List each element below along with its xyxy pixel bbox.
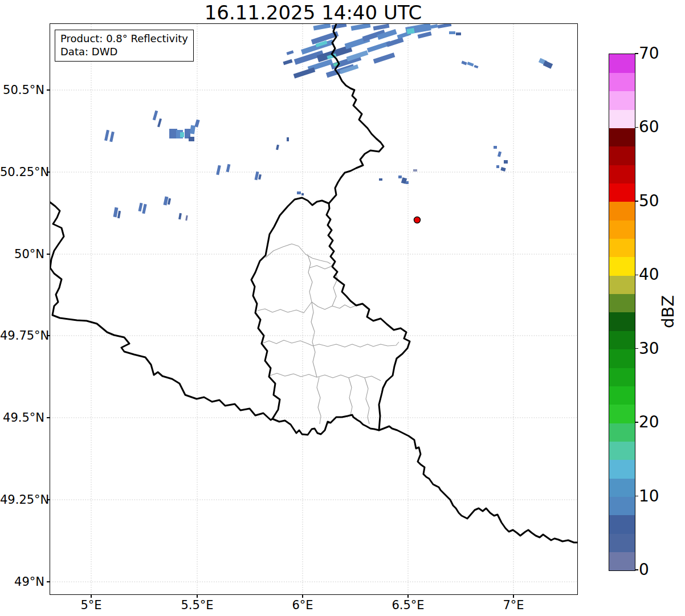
y-tick-mark bbox=[47, 499, 50, 500]
colorbar-segment bbox=[609, 275, 635, 294]
radar-echo bbox=[283, 59, 292, 66]
belgium-france-border bbox=[50, 202, 272, 420]
radar-echo bbox=[276, 145, 279, 150]
country-borders bbox=[50, 24, 577, 542]
colorbar-tick-label: 20 bbox=[639, 413, 659, 432]
colorbar-segment bbox=[609, 552, 635, 571]
colorbar-segment bbox=[609, 331, 635, 349]
radar-figure: 16.11.2025 14:40 UTC bbox=[0, 0, 685, 616]
colorbar-tick-label: 0 bbox=[639, 560, 649, 580]
radar-echo bbox=[413, 169, 417, 172]
graticule-gridlines bbox=[50, 24, 577, 594]
radar-echo bbox=[386, 38, 403, 47]
radar-echo bbox=[297, 191, 301, 194]
radar-echo bbox=[226, 164, 231, 173]
radar-echo bbox=[180, 132, 184, 137]
radar-echo bbox=[313, 24, 331, 31]
radar-echo bbox=[467, 62, 474, 66]
y-tick-label: 49.5°N bbox=[0, 410, 44, 425]
radar-echo bbox=[189, 137, 194, 141]
y-tick-mark bbox=[47, 172, 50, 173]
colorbar-tick-label: 50 bbox=[639, 191, 659, 211]
plot-title: 16.11.2025 14:40 UTC bbox=[50, 2, 577, 23]
colorbar-segment bbox=[609, 109, 635, 128]
colorbar-segment bbox=[609, 405, 635, 423]
info-box-product: Product: 0.8° Reflectivity bbox=[60, 32, 188, 45]
radar-echo bbox=[351, 24, 371, 31]
info-box: Product: 0.8° Reflectivity Data: DWD bbox=[55, 30, 194, 62]
radar-echo bbox=[373, 24, 390, 30]
y-tick-label: 50.5°N bbox=[0, 83, 44, 97]
colorbar-segment bbox=[609, 460, 635, 479]
y-tick-mark bbox=[47, 89, 50, 91]
radar-echo bbox=[461, 61, 467, 66]
colorbar-unit-label: dBZ bbox=[650, 293, 685, 330]
y-tick-mark bbox=[47, 417, 50, 418]
y-tick-label: 50.25°N bbox=[0, 165, 44, 180]
radar-echo bbox=[498, 152, 501, 157]
france-germany-border bbox=[379, 426, 577, 542]
colorbar-segment bbox=[609, 239, 635, 258]
colorbar-segment bbox=[609, 54, 635, 73]
radar-echo bbox=[138, 203, 142, 212]
colorbar-segment bbox=[609, 202, 635, 221]
colorbar-tick-mark bbox=[635, 127, 638, 128]
colorbar-segment bbox=[609, 442, 635, 460]
radar-echo bbox=[418, 31, 432, 39]
colorbar-tick-mark bbox=[635, 569, 638, 570]
colorbar-tick-mark bbox=[635, 422, 638, 423]
map-plot-area: Product: 0.8° Reflectivity Data: DWD bbox=[50, 23, 578, 595]
y-tick-label: 50°N bbox=[0, 247, 44, 262]
colorbar-segment bbox=[609, 294, 635, 313]
x-tick-mark bbox=[513, 595, 514, 598]
colorbar-segment bbox=[609, 423, 635, 442]
radar-echo bbox=[496, 165, 499, 168]
y-tick-mark bbox=[47, 581, 50, 582]
radar-echo bbox=[293, 67, 316, 78]
colorbar-segment bbox=[609, 165, 635, 183]
radar-echo bbox=[113, 207, 119, 218]
radar-echo bbox=[185, 215, 188, 221]
y-tick-label: 49.75°N bbox=[0, 328, 44, 343]
radar-echo bbox=[500, 167, 505, 172]
colorbar-segment bbox=[609, 478, 635, 497]
radar-echo bbox=[258, 174, 262, 180]
colorbar-segment bbox=[609, 515, 635, 534]
x-tick-mark bbox=[91, 595, 92, 598]
x-tick-label: 5.5°E bbox=[166, 598, 229, 613]
x-tick-mark bbox=[197, 595, 198, 598]
radar-echo bbox=[169, 129, 177, 138]
colorbar-segment bbox=[609, 220, 635, 239]
radar-echo bbox=[142, 204, 146, 214]
colorbar-tick-mark bbox=[635, 275, 638, 276]
luxembourg-outline bbox=[251, 198, 410, 435]
radar-echo bbox=[216, 165, 221, 176]
radar-echo bbox=[287, 137, 289, 141]
x-tick-mark bbox=[302, 595, 303, 598]
colorbar-segment bbox=[609, 368, 635, 386]
radar-echo bbox=[178, 213, 182, 220]
colorbar-tick-label: 30 bbox=[639, 339, 659, 358]
radar-echo bbox=[104, 130, 109, 141]
x-tick-label: 6.5°E bbox=[377, 598, 439, 613]
colorbar-tick-mark bbox=[635, 348, 638, 349]
canton-borders bbox=[258, 244, 399, 424]
y-tick-label: 49°N bbox=[0, 574, 44, 589]
colorbar-segment bbox=[609, 497, 635, 516]
radar-echo bbox=[287, 50, 294, 55]
radar-echo bbox=[398, 176, 402, 178]
colorbar-segment bbox=[609, 183, 635, 202]
colorbar-tick-label: 60 bbox=[639, 117, 659, 137]
radar-echo bbox=[474, 65, 479, 68]
y-tick-label: 49.25°N bbox=[0, 492, 44, 507]
colorbar-tick-label: 70 bbox=[639, 44, 659, 63]
colorbar-tick-mark bbox=[635, 201, 638, 202]
radar-echo bbox=[438, 24, 452, 28]
x-tick-mark bbox=[407, 595, 409, 598]
radar-echo bbox=[406, 181, 409, 184]
radar-site-layer bbox=[414, 217, 421, 223]
radar-echo bbox=[157, 119, 162, 128]
colorbar-segment bbox=[609, 533, 635, 552]
radar-echo bbox=[377, 29, 397, 40]
radar-echo bbox=[109, 132, 115, 142]
